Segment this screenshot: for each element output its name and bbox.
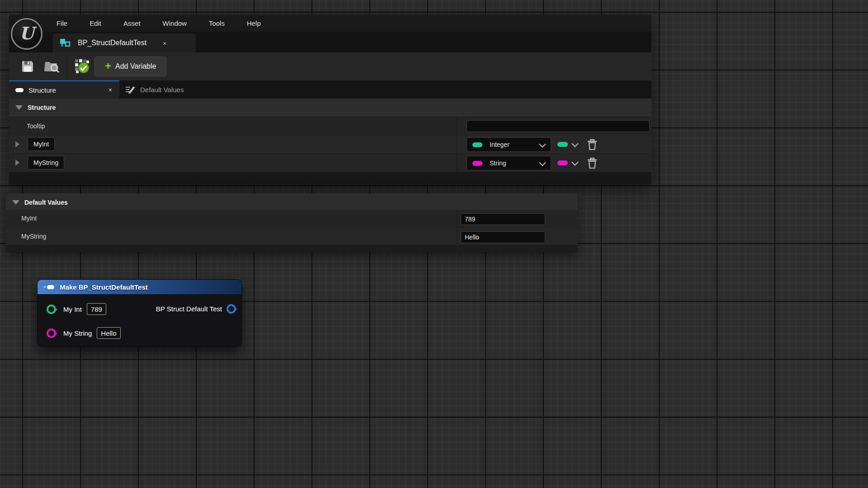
make-struct-node[interactable]: Make BP_StructDefaultTest My Int 789 BP … [37,279,242,347]
menu-asset[interactable]: Asset [121,19,143,28]
default-values-section-label: Default Values [24,199,68,206]
field-name-pill[interactable]: MyString [28,156,64,169]
save-icon [21,60,34,73]
unreal-editor-screen: File Edit Asset Window Tools Help U BP_ [0,0,868,488]
expander-arrow-icon[interactable] [15,141,19,147]
menu-bar: File Edit Asset Window Tools Help [9,15,651,32]
browse-asset-button[interactable] [43,58,61,75]
collapse-arrow-icon [15,105,23,110]
pin-label: My String [63,329,92,337]
default-myint-input[interactable] [461,213,545,225]
structure-tab-label: Structure [28,86,56,94]
tab-bp-structdefaulttest[interactable]: BP_StructDefaultTest × [53,33,196,52]
menu-file[interactable]: File [54,19,70,28]
default-mystring-input[interactable] [461,231,545,243]
struct-asset-icon [60,38,71,48]
structure-tab-close-icon[interactable]: × [108,86,112,94]
string-type-pill-icon [472,161,482,166]
add-variable-button[interactable]: + Add Variable [94,56,166,76]
default-values-section-header[interactable]: Default Values [6,193,578,212]
integer-input-pin[interactable] [47,305,56,314]
delete-field-mystring-button[interactable] [587,157,598,169]
container-type-selector-mystring[interactable] [557,160,577,165]
trash-icon [587,157,598,169]
container-type-selector-myint[interactable] [557,142,577,147]
struct-editor-window: File Edit Asset Window Tools Help U BP_ [9,15,651,184]
save-button[interactable] [19,58,36,75]
pin-default-value-box[interactable]: 789 [87,303,106,315]
toolbar: + Add Variable [9,52,651,80]
tab-structure[interactable]: Structure × [9,80,119,99]
document-tab-bar: BP_StructDefaultTest × [9,32,651,52]
integer-type-pill-icon [472,142,482,147]
default-mystring-label: MyString [21,233,46,240]
collapse-arrow-icon [12,200,19,205]
toolbar-separator [67,56,67,77]
type-label: String [490,160,506,167]
detail-tab-strip: Structure × Default Values [9,80,651,99]
expander-arrow-icon[interactable] [15,160,19,166]
type-dropdown-mystring[interactable]: String [467,156,551,170]
default-myint-label: MyInt [21,215,37,222]
tooltip-label: Tooltip [27,122,45,130]
field-row-myint: MyInt [9,135,651,154]
menu-window[interactable]: Window [160,19,189,28]
single-value-pill-icon [557,160,568,165]
structure-section-label: Structure [28,104,56,111]
panel-footer-strip [9,172,651,184]
single-value-pill-icon [557,142,568,147]
panel-footer-strip [6,245,578,252]
type-label: Integer [490,141,509,148]
column-splitter[interactable] [457,210,457,245]
menu-help[interactable]: Help [244,19,264,28]
add-variable-label: Add Variable [115,62,156,70]
pin-row-my-int: My Int 789 [47,303,106,315]
tooltip-input[interactable] [467,120,650,132]
compile-button[interactable] [74,58,91,75]
pin-row-my-string: My String Hello [47,327,121,339]
output-row: BP Struct Default Test [156,304,236,314]
type-dropdown-myint[interactable]: Integer [467,137,551,152]
node-header[interactable]: Make BP_StructDefaultTest [38,280,241,294]
pin-label: My Int [63,305,82,313]
chevron-down-icon [539,141,546,148]
output-pin-label: BP Struct Default Test [156,305,222,313]
pin-default-value-box[interactable]: Hello [97,327,120,339]
chevron-down-icon [539,159,546,166]
menu-edit[interactable]: Edit [87,19,104,28]
default-values-tab-label: Default Values [140,86,184,94]
plus-icon: + [105,61,111,71]
struct-pill-icon [15,88,24,92]
tab-default-values[interactable]: Default Values [119,80,184,99]
trash-icon [587,139,598,150]
structure-section-header[interactable]: Structure [9,99,651,117]
struct-output-pin[interactable] [226,304,236,314]
make-struct-icon [44,285,54,289]
unreal-logo-icon: U [11,18,42,50]
field-row-mystring: MyString [9,154,651,172]
document-tab-title: BP_StructDefaultTest [78,39,146,47]
edit-defaults-pencil-icon [125,84,136,94]
node-title: Make BP_StructDefaultTest [60,283,148,291]
field-name-pill[interactable]: MyInt [28,137,55,151]
menu-tools[interactable]: Tools [206,19,227,28]
string-input-pin[interactable] [47,328,56,338]
document-tab-close-icon[interactable]: × [163,39,167,47]
find-in-content-browser-icon [44,60,60,73]
compile-status-icon [74,58,90,75]
default-values-panel: Default Values MyInt MyString [6,193,578,252]
delete-field-myint-button[interactable] [587,139,598,150]
